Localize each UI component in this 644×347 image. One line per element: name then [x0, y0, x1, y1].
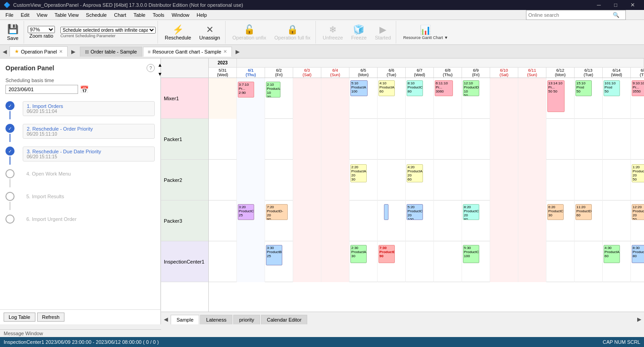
- save-icon: 💾: [7, 24, 19, 34]
- task-block[interactable]: 3:30ProductB25: [266, 245, 282, 265]
- step-5-circle: [5, 192, 15, 201]
- reschedule-button[interactable]: ⚡ Reschedule: [162, 22, 194, 43]
- step-4-name[interactable]: 4. Open Work Menu: [26, 171, 151, 176]
- resource-inspection1: InspectionCenter1: [161, 241, 208, 282]
- resource-gantt-button[interactable]: 📊 Resource Gantt Chart ▼: [400, 22, 451, 42]
- unassign-button[interactable]: ✕ Unassign: [196, 22, 223, 43]
- step-5: 5. Import Results: [5, 192, 155, 211]
- tabs-left-nav[interactable]: ◀: [0, 47, 10, 57]
- tab-operation-panel[interactable]: ★ Operation Panel ✕: [10, 46, 68, 57]
- started-button[interactable]: ▶ Started: [372, 22, 394, 43]
- tab-lateness[interactable]: Lateness: [200, 315, 232, 324]
- task-block[interactable]: 2:30ProductA30: [350, 245, 367, 263]
- menu-file[interactable]: File: [2, 11, 17, 19]
- task-block[interactable]: 13:14:10Pr...50 50: [547, 80, 565, 112]
- task-block[interactable]: 4:20ProductA-2060: [407, 164, 423, 182]
- help-button[interactable]: ?: [147, 64, 155, 72]
- menu-chart[interactable]: Chart: [110, 11, 130, 19]
- task-block[interactable]: 3:7:10Pr...2:90: [238, 82, 254, 98]
- resource-gantt-icon: 📊: [420, 24, 431, 35]
- task-block[interactable]: 101:10Prod50: [604, 80, 620, 96]
- task-block[interactable]: 5:20ProductC-20100: [407, 204, 423, 220]
- task-block[interactable]: 5:10ProductA100: [350, 80, 368, 96]
- tab-priority[interactable]: priority: [233, 315, 260, 324]
- menu-view[interactable]: View: [33, 11, 51, 19]
- unfreeze-button[interactable]: ❄ Unfreeze: [320, 22, 346, 43]
- gantt-tab-icon: ≡: [148, 49, 151, 54]
- freeze-icon: 🧊: [353, 24, 364, 35]
- tab-operation-panel-close[interactable]: ✕: [59, 49, 63, 54]
- resource-mixer1: Mixer1: [161, 78, 208, 119]
- gantt-row-mixer1: 3:7:10Pr...2:90 2:10ProductA-1030 5:10Pr…: [209, 78, 644, 119]
- task-block[interactable]: 1:20ProductA-2050: [632, 164, 644, 182]
- task-block[interactable]: [384, 204, 388, 220]
- menu-table-view[interactable]: Table View: [51, 11, 82, 19]
- steps-container: ✓ 1. Import Orders 06/20 15:11:04 ✓: [5, 101, 155, 229]
- step-2-time: 06/20 15:11:10: [27, 132, 151, 137]
- menu-help[interactable]: Help: [193, 11, 211, 19]
- step-5-name[interactable]: 5. Import Results: [26, 194, 151, 199]
- tab-star-icon: ★: [15, 49, 19, 54]
- task-block[interactable]: 7:30ProductD90: [379, 245, 395, 263]
- resource-packer1: Packer1: [161, 119, 208, 160]
- task-block[interactable]: 4:30ProductA60: [604, 245, 620, 263]
- calendar-icon[interactable]: 📅: [80, 85, 89, 94]
- tab-order-table-label: Order table - Sample: [91, 49, 137, 54]
- panel-up-nav[interactable]: ▲: [157, 61, 163, 68]
- menu-bar: File Edit View Table View Schedule Chart…: [0, 10, 644, 20]
- bottom-tabs-right-nav[interactable]: ▶: [634, 314, 644, 324]
- menu-window[interactable]: Window: [168, 11, 193, 19]
- menu-tools[interactable]: Tools: [149, 11, 168, 19]
- task-block[interactable]: 8:20ProductC-2080: [463, 204, 479, 220]
- task-block[interactable]: 4:10ProductA60: [379, 80, 395, 96]
- step-2-name[interactable]: 2. Reschedule - Order Priority: [27, 126, 151, 132]
- step-3-name[interactable]: 3. Reschedule - Due Date Priority: [27, 149, 151, 154]
- step-1-name[interactable]: 1. Import Orders: [27, 103, 151, 109]
- save-button[interactable]: 💾 Save: [4, 21, 22, 43]
- task-block[interactable]: 6:11:10Pr...3060: [435, 80, 453, 96]
- operation-group: 🔓 Operation unfix 🔒 Operation full fix: [227, 21, 316, 44]
- zoom-select[interactable]: 97% 100% 150%: [28, 26, 55, 33]
- save-group: 💾 Save: [2, 21, 24, 44]
- freeze-button[interactable]: 🧊 Freeze: [348, 22, 370, 43]
- tab-resource-gantt[interactable]: ≡ Resource Gantt chart - Sample ✕: [143, 47, 232, 57]
- menu-schedule[interactable]: Schedule: [82, 11, 110, 19]
- date-6-5: 6/5(Mon): [349, 68, 378, 78]
- task-block[interactable]: 15:10Prod50: [575, 80, 592, 96]
- bottom-tabs-left-nav[interactable]: ◀: [161, 314, 171, 324]
- tabs-right-nav[interactable]: ▶: [233, 47, 242, 57]
- task-block[interactable]: 8:10ProductC80: [407, 80, 423, 96]
- search-input[interactable]: [526, 12, 613, 18]
- maximize-button[interactable]: □: [608, 0, 624, 10]
- minimize-button[interactable]: ─: [591, 0, 607, 10]
- task-block[interactable]: 9:10:10Pr...3550: [632, 80, 644, 96]
- task-block[interactable]: 6:20ProductC30: [547, 204, 564, 220]
- tab-order-table[interactable]: ⊞ Order table - Sample: [80, 47, 142, 57]
- close-button[interactable]: ✕: [624, 0, 640, 10]
- task-block[interactable]: 7:20ProductD-2090: [266, 204, 288, 220]
- task-block[interactable]: 3:20ProductC25: [238, 204, 254, 220]
- task-block[interactable]: 2:10ProductA-1030: [266, 82, 280, 98]
- year-cell: 2023: [209, 59, 237, 67]
- tab-calendar-editor[interactable]: Calendar Editor: [261, 315, 307, 324]
- refresh-button[interactable]: Refresh: [37, 313, 65, 322]
- tabs-expand[interactable]: ▶: [69, 47, 78, 57]
- tab-sample[interactable]: Sample: [171, 315, 199, 324]
- task-block[interactable]: 2:20ProductA-2030: [350, 164, 367, 182]
- task-block[interactable]: 12:10ProductD-1050: [463, 80, 479, 96]
- scheduling-date-input[interactable]: [5, 85, 78, 94]
- step-4-circle: [5, 169, 15, 178]
- task-block[interactable]: 12:20ProductD-2050: [632, 204, 644, 220]
- tab-resource-gantt-close[interactable]: ✕: [223, 49, 227, 54]
- step-6-name[interactable]: 6. Import Urgent Order: [26, 216, 151, 222]
- operation-unfix-button[interactable]: 🔓 Operation unfix: [229, 22, 270, 43]
- task-block[interactable]: 11:20ProductD60: [575, 204, 592, 220]
- task-block[interactable]: 8:30ProductC80: [632, 245, 644, 263]
- menu-table[interactable]: Table: [130, 11, 149, 19]
- log-table-button[interactable]: Log Table: [4, 313, 35, 322]
- menu-edit[interactable]: Edit: [17, 11, 33, 19]
- panel-down-nav[interactable]: ▼: [157, 70, 163, 78]
- operation-full-fix-button[interactable]: 🔒 Operation full fix: [271, 22, 314, 43]
- task-block[interactable]: 5:30ProductC100: [463, 245, 479, 263]
- schedule-param-select[interactable]: Schedule selected orders with infinite c…: [60, 27, 156, 34]
